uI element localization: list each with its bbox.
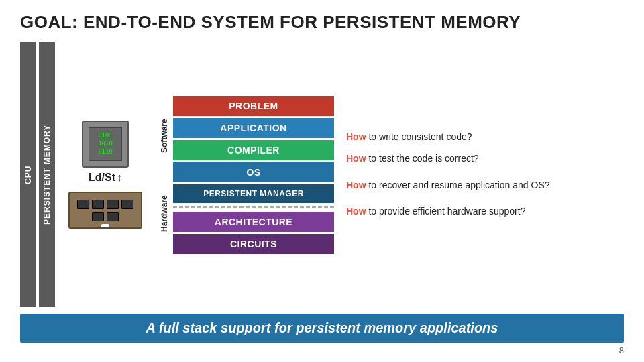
slide: GOAL: END-TO-END SYSTEM FOR PERSISTENT M… [0, 0, 644, 362]
dashed-divider [173, 206, 334, 208]
memory-module [68, 192, 142, 229]
mem-chip [77, 200, 89, 209]
bottom-banner: A full stack support for persistent memo… [20, 314, 624, 343]
pm-label: PERSISTENT MEMORY [39, 42, 55, 307]
stack-section: PROBLEM APPLICATION COMPILER OS PERSISTE… [173, 96, 334, 254]
center-block: 010110100110 Ld/St ↕ [62, 42, 334, 307]
memory-notch [101, 224, 109, 227]
middle-section: 010110100110 Ld/St ↕ [62, 121, 149, 229]
how-text-1: How [346, 131, 366, 144]
spacer-2 [346, 196, 624, 200]
stack-pm-manager: PERSISTENT MANAGER [173, 184, 334, 203]
how-text-4: How [346, 205, 366, 219]
how-text-3: How [346, 179, 366, 192]
how-text-2: How [346, 152, 366, 166]
stack-compiler: COMPILER [173, 140, 334, 160]
desc-problem: How to write consistent code? [346, 127, 624, 147]
ldst-label: Ld/St [89, 172, 115, 184]
mem-chip [92, 212, 104, 221]
mem-chip [92, 200, 104, 209]
mem-chip [107, 212, 119, 221]
updown-arrow: ↕ [117, 172, 122, 184]
stack-os: OS [173, 162, 334, 182]
chip-area: 010110100110 Ld/St ↕ [68, 121, 142, 229]
hardware-label: Hardware [160, 175, 169, 253]
main-content: CPU PERSISTENT MEMORY 010110100110 Ld/St… [20, 42, 624, 307]
desc-architecture: How to provide efficient hardware suppor… [346, 202, 624, 222]
stack-problem: PROBLEM [173, 96, 334, 116]
stack-with-labels: Software Hardware PROBLEM APPLICATION CO… [160, 96, 334, 254]
stack-architecture: ARCHITECTURE [173, 212, 334, 232]
descriptions: How to write consistent code? How to tes… [334, 42, 624, 307]
mem-chip [121, 200, 133, 209]
software-label: Software [160, 97, 169, 175]
memory-chips [70, 197, 141, 224]
desc-os: How to recover and resume application an… [346, 176, 624, 196]
chip-inner: 010110100110 [89, 127, 122, 161]
stack-application: APPLICATION [173, 118, 334, 138]
slide-title: GOAL: END-TO-END SYSTEM FOR PERSISTENT M… [20, 12, 624, 33]
ldst-area: Ld/St ↕ [89, 172, 122, 184]
left-labels: CPU PERSISTENT MEMORY [20, 42, 55, 307]
cpu-chip-icon: 010110100110 [82, 121, 129, 168]
spacer-1 [346, 170, 624, 174]
mem-chip [107, 200, 119, 209]
cpu-label: CPU [20, 42, 36, 307]
sw-hw-labels: Software Hardware [160, 96, 169, 254]
desc-application: How to test the code is correct? [346, 149, 624, 169]
page-number: 8 [20, 345, 624, 355]
stack-circuits: CIRCUITS [173, 234, 334, 254]
